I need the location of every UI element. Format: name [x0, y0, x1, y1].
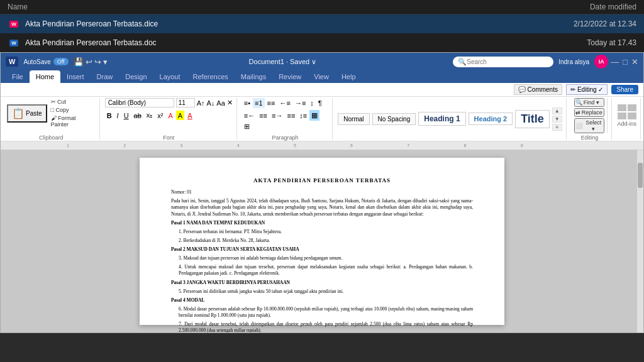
paste-icon: 📋 [12, 107, 25, 119]
search-bar[interactable]: 🔍 [453, 57, 553, 67]
vertical-scrollbar[interactable] [637, 150, 643, 332]
font-group-label: Font [163, 134, 174, 141]
style-normal[interactable]: Normal [338, 113, 369, 125]
replace-button[interactable]: ⇄ Replace [574, 108, 605, 117]
style-title[interactable]: Title [515, 110, 550, 128]
multilevel-list-button[interactable]: ≡≡ [265, 98, 277, 108]
tab-insert[interactable]: Insert [60, 70, 91, 83]
sort-button[interactable]: ↕ [308, 98, 316, 108]
clear-format-button[interactable]: ✕ [227, 99, 233, 107]
copy-button[interactable]: □ Copy [50, 106, 96, 114]
file-explorer: Name Date modified W Akta Pendirian Pers… [0, 0, 644, 52]
align-left-button[interactable]: ≡← [242, 110, 257, 121]
paragraph-group-label: Paragraph [272, 134, 299, 141]
doc-paragraph: 4. Untuk mencapai maksud dan tujuan ters… [179, 264, 473, 277]
clipboard-label: Clipboard [39, 134, 64, 141]
editing-button[interactable]: ✏ Editing ✓ [566, 84, 608, 95]
increase-font-button[interactable]: A↑ [197, 99, 205, 107]
subscript-button[interactable]: x₂ [145, 111, 155, 120]
tab-review[interactable]: Review [272, 70, 308, 83]
scrollbar-thumb[interactable] [638, 163, 643, 188]
tab-help[interactable]: Help [335, 70, 362, 83]
document-content: Nomor: 01Pada hari ini, Senin, tanggal 5… [171, 189, 473, 332]
tab-view[interactable]: View [308, 70, 335, 83]
bullets-button[interactable]: ≡• [242, 98, 252, 108]
comments-button[interactable]: 💬 Comments [514, 84, 562, 95]
increase-indent-button[interactable]: →≡ [293, 98, 308, 108]
select-button[interactable]: ⬜ Select ▾ [574, 118, 605, 133]
minimize-button[interactable]: — [611, 57, 619, 67]
doc-paragraph: 3. Maksud dan tujuan perseroan ini adala… [179, 255, 473, 261]
autosave-toggle[interactable]: Off [53, 58, 69, 65]
doc-paragraph: Pasal 3 JANGKA WAKTU BERDIRINYA PERUSAHA… [171, 280, 473, 286]
underline-button[interactable]: U [122, 111, 131, 120]
file-row[interactable]: W Akta Pendirian Perseroan Terbatas.dice… [0, 14, 644, 33]
highlight-button[interactable]: A [176, 111, 184, 120]
file-date-label: 2/12/2022 at 12.34 [498, 19, 636, 28]
word-application: W AutoSave Off 💾 ↩ ↪ ▾ Document1 · Saved… [0, 52, 644, 333]
user-name: Indra alsya [558, 58, 589, 65]
bold-button[interactable]: B [105, 111, 114, 120]
maximize-button[interactable]: □ [623, 57, 628, 67]
tab-mailings[interactable]: Mailings [235, 70, 272, 83]
style-scroll-up[interactable]: ▲ [552, 107, 562, 114]
document-page[interactable]: AKTA PENDIRIAN PERSEROAN TERBATAS Nomor:… [140, 158, 504, 325]
close-button[interactable]: ✕ [631, 57, 638, 67]
style-scroll-down[interactable]: ▼ [552, 116, 562, 123]
align-right-button[interactable]: ≡→ [270, 110, 284, 121]
document-main-title: AKTA PENDIRIAN PERSEROAN TERBATAS [171, 177, 473, 184]
style-no-spacing[interactable]: No Spacing [372, 113, 416, 125]
doc-paragraph: Pasal 2 MAKSUD DAN TUJUAN SERTA KEGIATAN… [171, 246, 473, 253]
doc-paragraph: 7. Dari modal dasar tersebut, telah dite… [179, 321, 473, 332]
add-ins-grid[interactable] [618, 104, 636, 119]
decrease-indent-button[interactable]: ←≡ [277, 98, 292, 108]
tab-design[interactable]: Design [119, 70, 153, 83]
paste-button[interactable]: 📋 Paste [7, 104, 47, 123]
numbered-list-button[interactable]: ≡1 [253, 98, 265, 108]
font-size-input[interactable] [176, 98, 195, 107]
add-ins-group: Add-ins [613, 98, 641, 140]
style-more[interactable]: ≡ [552, 124, 562, 131]
tab-layout[interactable]: Layout [153, 70, 187, 83]
show-formatting-button[interactable]: ¶ [316, 98, 324, 108]
ruler-marks: 1 2 3 4 5 6 7 8 9 [38, 141, 606, 150]
save-icon[interactable]: 💾 [74, 57, 84, 67]
search-input[interactable] [467, 58, 548, 65]
strikethrough-button[interactable]: ab [132, 111, 143, 120]
comments-share-bar: 💬 Comments ✏ Editing ✓ Share [1, 83, 643, 97]
line-spacing-button[interactable]: ↕≡ [297, 110, 309, 121]
file-row[interactable]: W Akta Pendirian Perseroan Terbatas.doc … [0, 33, 644, 52]
font-color-button[interactable]: A [167, 111, 175, 120]
italic-button[interactable]: I [115, 111, 121, 120]
style-heading1[interactable]: Heading 1 [418, 112, 465, 126]
align-center-button[interactable]: ≡≡ [257, 110, 269, 121]
redo-icon[interactable]: ↪ [94, 57, 101, 67]
share-button[interactable]: Share [611, 85, 638, 94]
customize-icon[interactable]: ▾ [103, 57, 108, 67]
font-name-selector[interactable] [105, 98, 174, 107]
text-color-button[interactable]: A [186, 111, 194, 120]
word-logo: W [6, 57, 18, 67]
decrease-font-button[interactable]: A↓ [206, 99, 214, 107]
tab-references[interactable]: References [187, 70, 235, 83]
doc-paragraph: Pada hari ini, Senin, tanggal 5 Agustus … [171, 198, 473, 217]
border-button[interactable]: ⊞ [242, 121, 252, 132]
find-button[interactable]: 🔍 Find ▾ [574, 98, 605, 107]
undo-icon[interactable]: ↩ [86, 57, 92, 67]
tab-home[interactable]: Home [30, 70, 60, 83]
document-title: Document1 · Saved ∨ [113, 58, 453, 66]
tab-draw[interactable]: Draw [91, 70, 119, 83]
change-case-button[interactable]: Aa [216, 99, 225, 107]
autosave-label: AutoSave [23, 58, 50, 65]
window-controls: — □ ✕ [611, 57, 638, 67]
shading-button[interactable]: ▦ [309, 110, 319, 121]
font-group: A↑ A↓ Aa ✕ B I U ab x₂ x² A A A Font [101, 98, 237, 140]
style-heading2[interactable]: Heading 2 [469, 112, 513, 125]
tab-file[interactable]: File [6, 70, 30, 83]
superscript-button[interactable]: x² [155, 111, 165, 120]
doc-file-icon: W [8, 36, 20, 49]
cut-button[interactable]: ✂ Cut [50, 98, 96, 106]
justify-button[interactable]: ≡≡ [285, 110, 297, 121]
format-painter-button[interactable]: 🖌 Format Painter [50, 114, 96, 128]
dice-file-icon: W [8, 18, 20, 30]
